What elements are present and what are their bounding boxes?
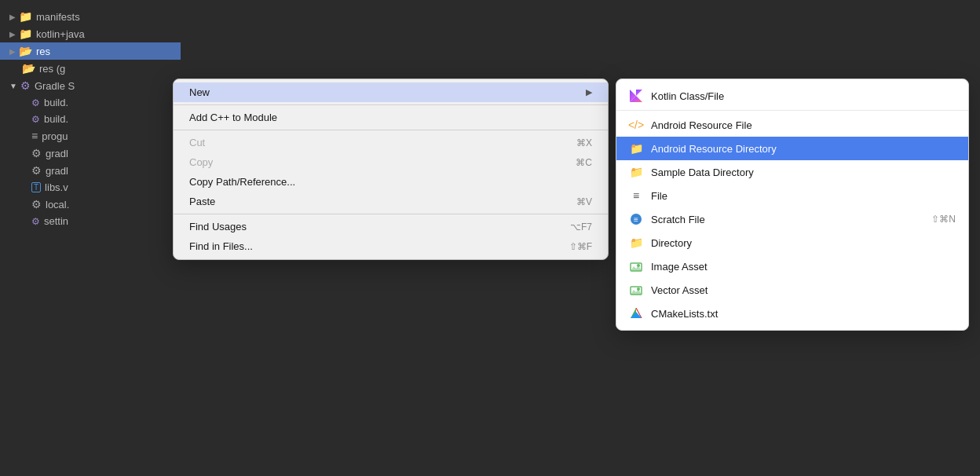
submenu-item-label: Directory [651, 237, 692, 249]
menu-item-label: Find Usages [189, 221, 247, 233]
submenu-item-android-resource-directory[interactable]: 📁 Android Resource Directory [616, 137, 968, 160]
shortcut-label: ⇧⌘N [931, 214, 956, 225]
sidebar-item-gradle-scripts[interactable]: ▼ ⚙ Gradle S [0, 77, 181, 94]
sidebar-item-kotlin-java[interactable]: ▶ 📁 kotlin+java [0, 25, 181, 42]
sidebar-item-settin[interactable]: ⚙ settin [0, 213, 181, 229]
menu-item-paste[interactable]: Paste ⌘V [174, 192, 608, 211]
gradle-small-icon: ⚙ [31, 216, 40, 227]
menu-separator [174, 214, 608, 214]
submenu-item-left: Kotlin Class/File [629, 89, 724, 103]
sidebar-item-libs[interactable]: T libs.v [0, 179, 181, 196]
folder-icon: 📁 [19, 27, 32, 40]
vector-asset-icon [629, 283, 643, 297]
gradle-small-icon: ⚙ [31, 114, 40, 125]
submenu-item-vector-asset[interactable]: Vector Asset [616, 278, 968, 302]
libs-icon: T [31, 182, 41, 192]
scratch-file-icon: ≡ [629, 212, 643, 226]
sidebar-item-label: gradl [46, 148, 68, 159]
folder-icon: 📁 [19, 10, 32, 23]
folder-orange-icon: 📂 [19, 45, 32, 57]
menu-separator [174, 104, 608, 105]
chevron-icon: ▶ [9, 13, 16, 21]
submenu-item-left: Image Asset [629, 259, 708, 273]
shortcut-label: ⌘X [576, 137, 592, 148]
submenu-item-label: CMakeLists.txt [651, 308, 718, 320]
sidebar-item-label: manifests [36, 11, 80, 23]
submenu-item-directory[interactable]: 📁 Directory [616, 231, 968, 254]
submenu-item-scratch-file[interactable]: ≡ Scratch File ⇧⌘N [616, 207, 968, 231]
submenu-item-left: 📁 Sample Data Directory [629, 165, 754, 179]
chevron-icon: ▼ [9, 82, 17, 90]
sidebar-item-label: libs.v [45, 181, 68, 193]
sidebar-item-label: local. [46, 199, 69, 211]
sidebar-item-local[interactable]: ⚙ local. [0, 196, 181, 213]
submenu-item-left: 📁 Directory [629, 236, 692, 250]
sidebar-item-res[interactable]: ▶ 📂 res [0, 42, 181, 60]
sidebar-item-label: gradl [46, 165, 68, 177]
sidebar-item-label: res (g [39, 63, 65, 75]
submenu-item-cmakelists[interactable]: CMakeLists.txt [616, 302, 968, 325]
shortcut-label: ⌘C [576, 157, 592, 168]
sidebar-item-res-g[interactable]: 📂 res (g [0, 60, 181, 77]
sidebar-item-gradle2[interactable]: ⚙ gradl [0, 162, 181, 179]
sidebar-item-build2[interactable]: ⚙ build. [0, 111, 181, 127]
sidebar-item-label: kotlin+java [36, 28, 85, 40]
menu-item-copy[interactable]: Copy ⌘C [174, 152, 608, 172]
submenu-item-image-asset[interactable]: Image Asset [616, 254, 968, 278]
sidebar-item-progu[interactable]: ≡ progu [0, 127, 181, 145]
shortcut-label: ⇧⌘F [569, 241, 592, 252]
submenu-arrow-icon: ▶ [586, 87, 592, 97]
folder-orange-icon: 📂 [22, 62, 35, 75]
chevron-icon: ▶ [9, 47, 16, 56]
gradle-icon: ⚙ [20, 79, 31, 92]
submenu-item-left: </> Android Resource File [629, 118, 752, 132]
sidebar-item-manifests[interactable]: ▶ 📁 manifests [0, 8, 181, 25]
android-resource-file-icon: </> [629, 118, 643, 132]
submenu-item-label: Android Resource Directory [651, 143, 777, 155]
submenu-item-label: Android Resource File [651, 119, 752, 131]
svg-point-7 [637, 264, 640, 267]
menu-item-new[interactable]: New ▶ [174, 82, 608, 102]
file-lines-icon: ≡ [629, 189, 643, 203]
submenu-item-kotlin-class[interactable]: Kotlin Class/File [616, 84, 968, 108]
settings-icon: ⚙ [31, 164, 42, 177]
submenu-item-label: File [651, 190, 667, 202]
sidebar-item-build1[interactable]: ⚙ build. [0, 94, 181, 111]
menu-item-label: Copy [189, 156, 213, 168]
sidebar-item-label: settin [44, 215, 68, 227]
context-menu: New ▶ Add C++ to Module Cut ⌘X Copy ⌘C C… [173, 79, 609, 260]
settings-icon: ⚙ [31, 147, 42, 159]
cmake-icon [629, 306, 643, 320]
submenu-item-sample-data-directory[interactable]: 📁 Sample Data Directory [616, 160, 968, 184]
menu-item-cut[interactable]: Cut ⌘X [174, 133, 608, 152]
submenu-item-left: ≡ File [629, 189, 667, 203]
menu-item-label: Find in Files... [189, 240, 253, 252]
folder-outline-icon: 📁 [629, 141, 643, 156]
sidebar-item-label: build. [44, 113, 68, 125]
folder-outline-icon: 📁 [629, 165, 643, 179]
folder-outline-icon: 📁 [629, 236, 643, 250]
menu-item-copy-path[interactable]: Copy Path/Reference... [174, 172, 608, 192]
menu-item-find-usages[interactable]: Find Usages ⌥F7 [174, 217, 608, 236]
menu-item-label: Paste [189, 196, 215, 207]
menu-separator [174, 130, 608, 130]
sidebar: ▶ 📁 manifests ▶ 📁 kotlin+java ▶ 📂 res 📂 … [0, 0, 181, 476]
settings-icon: ⚙ [31, 198, 42, 211]
text-file-icon: ≡ [31, 130, 38, 142]
submenu-item-label: Sample Data Directory [651, 167, 754, 178]
submenu-item-label: Scratch File [651, 214, 705, 225]
menu-item-add-cpp[interactable]: Add C++ to Module [174, 108, 608, 127]
svg-point-10 [637, 287, 640, 291]
submenu-item-file[interactable]: ≡ File [616, 184, 968, 207]
submenu: Kotlin Class/File </> Android Resource F… [616, 79, 969, 331]
shortcut-label: ⌘V [576, 196, 592, 207]
submenu-item-android-resource-file[interactable]: </> Android Resource File [616, 113, 968, 137]
sidebar-item-gradle1[interactable]: ⚙ gradl [0, 145, 181, 162]
submenu-item-left: CMakeLists.txt [629, 306, 718, 320]
kotlin-icon [629, 89, 643, 103]
submenu-item-left: 📁 Android Resource Directory [629, 141, 777, 156]
sidebar-item-label: res [36, 46, 50, 57]
sidebar-item-label: progu [42, 130, 68, 142]
svg-marker-6 [631, 265, 642, 271]
menu-item-find-in-files[interactable]: Find in Files... ⇧⌘F [174, 236, 608, 256]
